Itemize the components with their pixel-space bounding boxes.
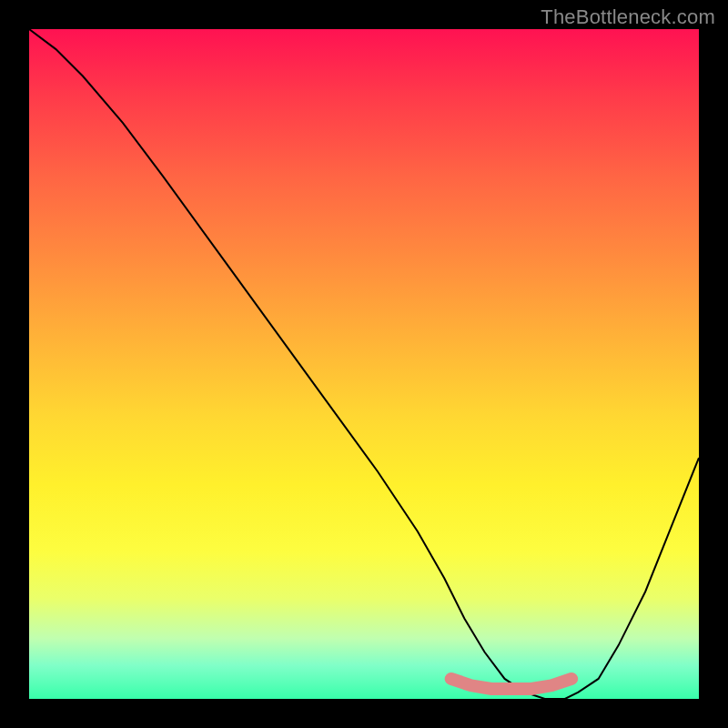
- highlight-band-path: [451, 679, 571, 689]
- watermark-text: TheBottleneck.com: [541, 5, 715, 29]
- bottleneck-curve-path: [29, 29, 699, 699]
- chart-svg: [29, 29, 699, 699]
- chart-plot-area: [29, 29, 699, 699]
